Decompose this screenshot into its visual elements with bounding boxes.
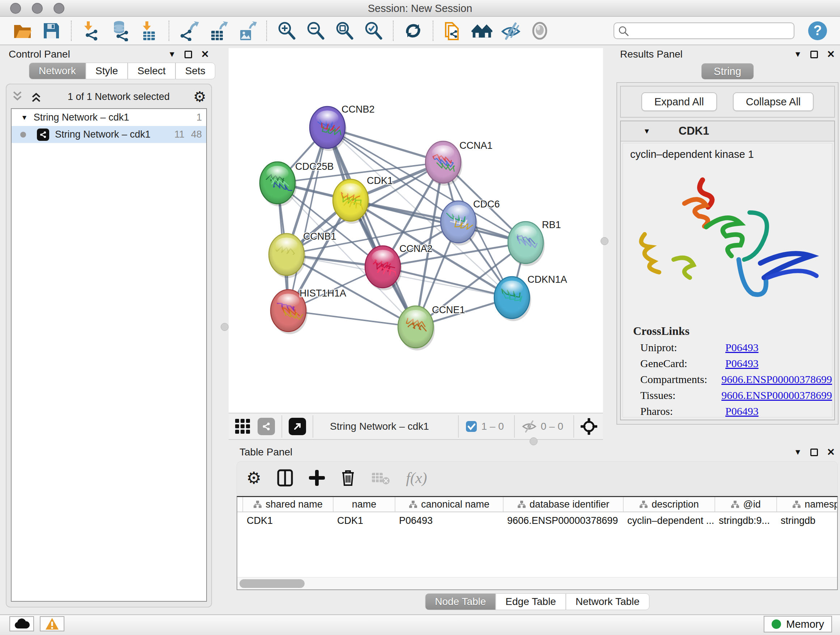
tab-sets[interactable]: Sets [175,63,215,79]
network-birdseye-toggle[interactable] [257,418,275,435]
tab-edge-table[interactable]: Edge Table [496,593,566,610]
save-session-button[interactable] [41,20,62,41]
export-table-button[interactable] [207,20,228,41]
control-panel-float-icon[interactable] [185,51,192,58]
crosshair-icon[interactable] [581,418,597,435]
crosslink-link[interactable]: 9606.ENSP00000378699 [722,373,832,386]
hidden-eye-icon[interactable] [521,420,537,433]
collection-expand-icon[interactable]: ▼ [21,114,28,121]
crosslink-link[interactable]: P06493 [725,341,759,354]
table-row[interactable]: CDK1CDK1P064939606.ENSP00000378699cyclin… [237,512,837,529]
table-cell[interactable]: stringdb:9... [715,512,777,529]
tab-select[interactable]: Select [128,63,175,79]
table-cell[interactable]: CDK1 [333,512,395,529]
zoom-out-button[interactable] [305,20,326,41]
import-network-icon [81,21,101,41]
node-CCNE1[interactable]: CCNE1 [398,304,465,350]
column-header-shared-name[interactable]: shared name [243,497,333,511]
table-cell[interactable]: stringdb [777,512,838,529]
home-view-button[interactable] [471,20,493,41]
control-panel-close-icon[interactable]: ✕ [201,50,209,59]
table-cell[interactable]: 9606.ENSP00000378699 [504,512,624,529]
node-label-CCNA1: CCNA1 [459,140,493,151]
edge-CCNB2-HIST1H1A[interactable] [288,127,327,310]
table-panel-float-icon[interactable] [810,448,818,456]
column-header-database-identifier[interactable]: database identifier [504,497,624,511]
node-CCNB1[interactable]: CCNB1 [269,231,336,278]
memory-button[interactable]: Memory [764,616,832,632]
scrollbar-thumb[interactable] [240,579,305,588]
tab-node-table[interactable]: Node Table [425,593,496,610]
column-header--id[interactable]: @id [715,497,777,511]
toolbar-separator [169,21,169,41]
node-CDK1[interactable]: CDK1 [333,175,393,224]
hide-selected-button[interactable] [500,20,521,41]
results-panel-float-icon[interactable] [810,51,818,58]
tab-network[interactable]: Network [29,63,86,79]
warnings-button[interactable] [40,616,65,631]
show-columns-icon[interactable] [277,469,293,486]
crosslink-link[interactable]: P06493 [725,357,759,370]
control-panel-menu-icon[interactable]: ▼ [168,50,176,58]
gene-section-header[interactable]: ▼ CDK1 [621,121,834,141]
zoom-in-button[interactable] [276,20,297,41]
zoom-selected-button[interactable] [363,20,384,41]
export-network-button[interactable] [178,20,199,41]
delete-column-icon[interactable] [341,469,355,486]
gene-expand-icon[interactable]: ▼ [643,127,651,135]
tab-network-table[interactable]: Network Table [566,593,649,610]
table-panel-close-icon[interactable]: ✕ [827,448,835,457]
network-row[interactable]: String Network – cdk1 11 48 [11,126,206,143]
results-panel-close-icon[interactable]: ✕ [827,50,835,59]
column-header-name[interactable]: name [333,497,395,511]
open-session-button[interactable] [12,20,33,41]
node-CCNB2[interactable]: CCNB2 [309,104,375,151]
table-cell[interactable]: CDK1 [243,512,333,529]
node-RB1[interactable]: RB1 [508,219,561,266]
network-options-gear-icon[interactable]: ⚙ [193,89,206,104]
search-input[interactable] [614,22,794,39]
node-CDC25B[interactable]: CDC25B [260,161,334,206]
crosslink-link[interactable]: P06493 [725,405,759,417]
node-CDKN1A[interactable]: CDKN1A [494,274,567,321]
column-header-canonical-name[interactable]: canonical name [395,497,504,511]
cloud-status-button[interactable] [9,616,34,631]
tab-string[interactable]: String [701,63,753,79]
column-header-description[interactable]: description [624,497,715,511]
import-table-button[interactable] [139,20,159,41]
selected-checkbox-icon[interactable] [465,420,477,432]
tab-style[interactable]: Style [86,63,128,79]
network-canvas[interactable]: CCNB2CCNA1CDC25BCDK1CDC6RB1CCNB1CCNA2CDK… [229,48,603,413]
network-collection-row[interactable]: ▼ String Network – cdk1 1 [11,109,206,126]
right-splitter-grip[interactable] [600,237,608,245]
table-cell[interactable]: P06493 [395,512,504,529]
clone-network-button[interactable] [442,20,463,41]
node-label-CDC6: CDC6 [473,199,500,210]
expand-all-icon[interactable] [30,90,44,103]
refresh-button[interactable] [403,20,424,41]
table-options-gear-icon[interactable]: ⚙ [246,470,261,486]
collapse-all-icon[interactable] [11,90,25,103]
collapse-all-button[interactable]: Collapse All [733,92,814,111]
table-cell[interactable]: cyclin–dependent ... [624,512,715,529]
grid-view-icon[interactable] [234,418,251,435]
table-panel-menu-icon[interactable]: ▼ [794,448,802,456]
table-horizontal-scrollbar[interactable] [237,577,837,589]
network-status-dot [20,132,26,138]
zoom-fit-button[interactable] [334,20,355,41]
add-column-icon[interactable] [309,470,325,486]
crosslink-link[interactable]: 9606.ENSP00000378699 [722,389,832,402]
horizontal-splitter-grip[interactable] [530,437,538,445]
crosslink-label: Pharos: [640,405,725,417]
results-panel-menu-icon[interactable]: ▼ [794,50,802,58]
left-splitter-grip[interactable] [221,323,229,331]
export-image-button[interactable] [236,20,257,41]
import-network-button[interactable] [81,20,102,41]
expand-all-button[interactable]: Expand All [641,92,717,111]
import-network-from-database-button[interactable] [110,20,131,41]
help-button[interactable]: ? [807,20,828,41]
show-all-button[interactable] [529,20,550,41]
node-HIST1H1A[interactable]: HIST1H1A [271,288,346,334]
detach-view-button[interactable] [289,418,306,435]
column-header-namespace[interactable]: namespace [777,497,838,511]
